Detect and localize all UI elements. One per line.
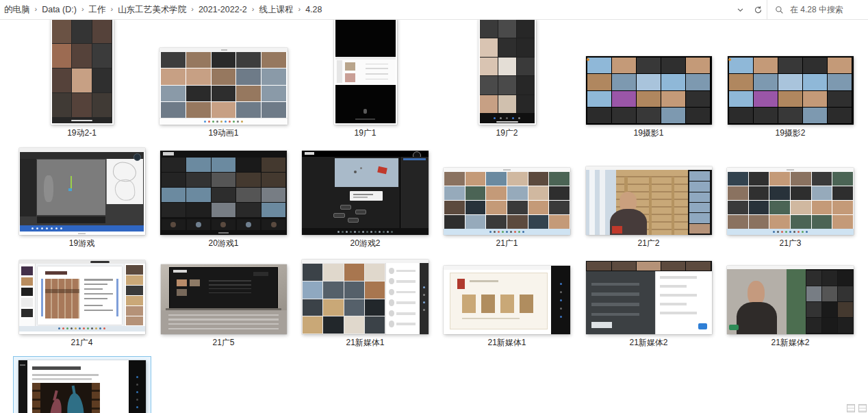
file-thumbnail [444, 168, 570, 235]
file-thumbnail [19, 148, 145, 235]
breadcrumb-separator: › [110, 5, 115, 13]
file-item[interactable]: 19广2 [436, 19, 578, 139]
file-item[interactable]: 21新媒体2 [719, 260, 861, 349]
file-row: 21广421广521新媒体121新媒体121新媒体221新媒体2 [11, 260, 868, 349]
file-thumbnail [302, 260, 429, 334]
breadcrumb-item[interactable]: 山东工艺美术学院 [114, 4, 190, 16]
file-label: 19摄影2 [775, 128, 805, 138]
file-item-frame: 21新媒体1 [297, 256, 433, 349]
breadcrumb-separator: › [80, 5, 86, 13]
breadcrumb-item[interactable]: 线上课程 [255, 4, 296, 16]
file-label: 21广4 [71, 338, 92, 348]
address-bar-buttons [731, 0, 767, 19]
statusbar-view-icons [847, 404, 867, 412]
file-item[interactable]: 21广3 [719, 149, 861, 249]
breadcrumb-item[interactable]: 工作 [86, 4, 110, 16]
file-item[interactable]: 19广1 [294, 19, 436, 139]
file-label: 19摄影1 [633, 128, 663, 138]
file-item[interactable]: 21广1 [436, 149, 578, 249]
file-item[interactable]: 21广4 [11, 260, 153, 349]
file-thumbnail [727, 168, 854, 235]
search-input[interactable] [789, 4, 856, 15]
file-label: 21新媒体1 [487, 338, 526, 348]
file-label: 21广3 [779, 238, 801, 249]
file-item-frame: 21广3 [722, 164, 858, 249]
file-item[interactable]: 20游戏2 [294, 149, 436, 249]
file-thumbnail [478, 18, 536, 125]
file-item[interactable]: 21广2 [578, 149, 719, 249]
chevron-down-icon[interactable] [731, 0, 749, 19]
file-item-frame: 20游戏2 [297, 147, 433, 249]
file-item[interactable]: 21新媒体1 [294, 260, 436, 349]
file-row: 19动2-119动画119广119广219摄影119摄影2 [11, 19, 868, 139]
file-row [11, 349, 868, 413]
address-bar: 的电脑›Data (D:)›工作›山东工艺美术学院›2021-2022-2›线上… [0, 0, 868, 20]
file-thumbnail [18, 360, 146, 413]
refresh-icon[interactable] [749, 0, 767, 19]
file-item-frame: 19游戏 [14, 145, 150, 249]
file-thumbnail [586, 56, 712, 125]
file-item-frame: 21广1 [439, 164, 575, 249]
file-label: 21新媒体2 [629, 338, 667, 348]
file-item-frame: 19动2-1 [46, 14, 118, 139]
file-label: 21广1 [496, 238, 518, 249]
file-item[interactable]: 21新媒体1 [436, 260, 578, 349]
file-item-frame: 21广2 [581, 163, 717, 249]
file-item[interactable] [11, 349, 153, 413]
file-thumbnail [160, 151, 287, 235]
file-label: 20游戏1 [208, 238, 238, 249]
file-label: 21新媒体1 [346, 338, 384, 348]
breadcrumb-item[interactable]: 4.28 [302, 5, 325, 14]
file-item-frame: 21新媒体2 [581, 258, 717, 349]
file-label: 21广2 [637, 238, 659, 249]
file-thumbnail [159, 48, 288, 125]
file-label: 19广2 [496, 128, 518, 138]
file-label: 20游戏2 [350, 238, 380, 249]
breadcrumb-item[interactable]: 的电脑 [1, 4, 34, 16]
file-thumbnail [727, 266, 854, 334]
file-thumbnail [161, 264, 287, 334]
file-thumbnail [334, 18, 397, 125]
file-item-frame: 19广1 [329, 14, 402, 139]
breadcrumb-separator: › [34, 5, 39, 13]
file-item-frame: 19摄影2 [723, 53, 858, 139]
file-item[interactable]: 21新媒体2 [578, 260, 719, 349]
file-thumbnail [19, 260, 145, 334]
breadcrumb-item[interactable]: Data (D:) [38, 5, 80, 14]
file-item-frame: 19动画1 [155, 45, 292, 139]
file-label: 19动2-1 [67, 128, 97, 138]
file-item-frame: 21新媒体2 [722, 262, 858, 349]
breadcrumb-separator: › [251, 5, 256, 13]
file-item[interactable]: 21广5 [153, 260, 294, 349]
breadcrumb-separator: › [190, 5, 195, 13]
file-thumbnail [586, 166, 712, 235]
file-label: 19广1 [354, 128, 376, 138]
file-item[interactable]: 19摄影1 [578, 19, 719, 139]
search-box[interactable] [767, 0, 868, 19]
file-thumbnail [302, 151, 429, 235]
file-item[interactable]: 19摄影2 [719, 19, 861, 139]
file-item-frame: 19摄影1 [581, 53, 717, 139]
thumbnail-view-icon[interactable] [858, 404, 867, 412]
file-thumbnail [444, 266, 570, 334]
file-thumbnail [51, 18, 114, 125]
details-view-icon[interactable] [847, 404, 855, 412]
breadcrumb-item[interactable]: 2021-2022-2 [195, 5, 251, 14]
file-item[interactable]: 20游戏1 [153, 149, 294, 249]
file-thumbnail [728, 56, 854, 125]
file-label: 19动画1 [208, 128, 238, 138]
file-item-frame [14, 357, 151, 413]
file-item-frame: 21广5 [156, 261, 292, 349]
file-item[interactable]: 19动2-1 [11, 19, 153, 139]
breadcrumb-separator: › [296, 5, 302, 13]
file-label: 21新媒体2 [771, 338, 809, 348]
file-grid: 19动2-119动画119广119广219摄影119摄影219游戏20游戏120… [11, 19, 868, 413]
file-item-frame: 20游戏1 [155, 147, 292, 249]
file-label: 21广5 [212, 338, 234, 348]
file-thumbnail [586, 261, 712, 334]
file-item[interactable]: 19动画1 [153, 19, 294, 139]
file-row: 19游戏20游戏120游戏221广121广221广3 [11, 149, 868, 249]
file-item[interactable]: 19游戏 [11, 149, 153, 249]
file-label: 19游戏 [69, 238, 94, 249]
file-item-frame: 21新媒体1 [439, 262, 575, 349]
